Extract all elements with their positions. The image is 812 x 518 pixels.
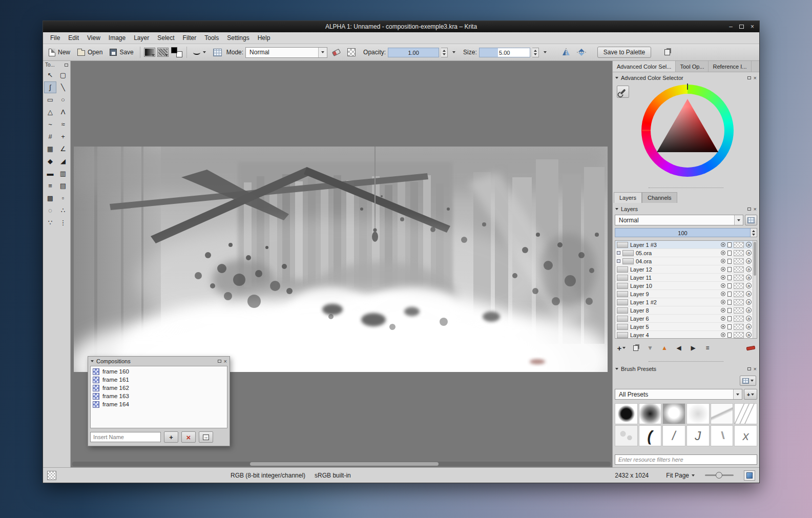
add-composition-button[interactable]: + [164, 431, 178, 443]
maximize-button[interactable] [739, 24, 744, 30]
tool-select-shapes-button[interactable]: ↖ [44, 69, 56, 81]
alpha-icon[interactable]: a [746, 324, 752, 329]
collapse-icon[interactable] [615, 77, 618, 79]
alpha-icon[interactable]: a [746, 258, 752, 264]
tool-fill-button[interactable]: ◆ [44, 155, 56, 167]
tool-similar-selection-button[interactable]: ⋮ [57, 217, 69, 229]
compositions-list[interactable]: frame 160 frame 161 frame 162 frame [90, 366, 227, 428]
mirror-vertical-button[interactable] [575, 46, 588, 58]
selection-display-icon[interactable] [47, 471, 56, 480]
tab-channels[interactable]: Channels [642, 192, 677, 203]
save-to-palette-button[interactable]: Save to Palette [597, 47, 651, 58]
scrollbar-thumb[interactable] [250, 462, 439, 466]
tab-advanced-color-selector[interactable]: Advanced Color Sel... [613, 61, 676, 72]
add-layer-button[interactable]: + [615, 342, 628, 354]
float-docker-icon[interactable] [747, 76, 751, 79]
layer-list-scrollbar[interactable] [753, 241, 757, 338]
tool-crop-button[interactable]: # [44, 131, 56, 142]
tool-edit-shapes-button[interactable]: ▢ [57, 69, 69, 81]
menu-edit[interactable]: Edit [64, 33, 83, 43]
gradient-chooser-button[interactable] [144, 48, 155, 57]
tab-layers[interactable]: Layers [614, 192, 642, 203]
preset-filter-combobox[interactable]: All Presets [615, 389, 742, 400]
brush-preset[interactable] [639, 425, 662, 446]
alpha-icon[interactable]: a [746, 250, 752, 256]
table-row[interactable]: Layer 4 a [615, 331, 757, 339]
canvas-only-mode-button[interactable] [744, 470, 755, 481]
export-composition-button[interactable]: → [199, 431, 213, 443]
brush-presets-header[interactable]: Brush Presets × [613, 364, 759, 374]
brush-preset[interactable] [734, 425, 757, 446]
saturation-value-triangle[interactable] [652, 95, 723, 167]
brush-preset[interactable] [662, 403, 685, 424]
tool-transform-button[interactable]: ▦ [44, 143, 56, 155]
table-row[interactable]: Layer 11 a [615, 274, 757, 282]
tab-tool-options[interactable]: Tool Op... [676, 61, 709, 72]
tool-line-button[interactable]: ╲ [57, 81, 69, 93]
tool-freehand-brush-button[interactable]: ∫ [44, 81, 56, 93]
visibility-eye-icon[interactable] [721, 308, 725, 313]
tool-color-sampler-button[interactable]: ◢ [57, 155, 69, 167]
layers-header[interactable]: Layers × [613, 204, 759, 214]
brush-preset[interactable] [711, 403, 734, 424]
mirror-horizontal-button[interactable] [559, 46, 573, 58]
visibility-eye-icon[interactable] [721, 333, 725, 337]
alpha-icon[interactable]: a [746, 299, 752, 305]
menu-layer[interactable]: Layer [130, 33, 153, 43]
table-row[interactable]: Layer 1 #2 a [615, 298, 757, 306]
visibility-eye-icon[interactable] [721, 316, 725, 321]
compositions-docker[interactable]: Compositions × frame 160 frame 161 [88, 356, 230, 446]
canvas-area[interactable]: Compositions × frame 160 frame 161 [71, 61, 612, 467]
layer-opacity-spinner[interactable] [751, 228, 757, 237]
resource-filter-input[interactable] [615, 454, 757, 465]
color-selector-settings-button[interactable] [617, 86, 629, 98]
tool-polygon-button[interactable]: △ [44, 106, 56, 118]
tool-reference-images-button[interactable]: ▤ [57, 180, 69, 192]
preset-view-mode-button[interactable] [740, 376, 756, 386]
preset-tag-button[interactable]: + [744, 389, 757, 400]
table-row[interactable]: 04.ora a [615, 257, 757, 265]
zoom-mode-combobox[interactable]: Fit Page [666, 472, 695, 479]
tool-assistants-button[interactable]: ≡ [44, 180, 56, 192]
visibility-eye-icon[interactable] [721, 324, 725, 329]
brush-editor-button[interactable] [211, 47, 224, 58]
visibility-eye-icon[interactable] [721, 251, 725, 255]
tool-ellipse-button[interactable]: ○ [57, 94, 69, 106]
close-button[interactable]: × [751, 24, 754, 30]
brush-preset[interactable] [615, 403, 638, 424]
visibility-eye-icon[interactable] [721, 267, 725, 272]
tool-polyline-button[interactable]: Λ [57, 106, 69, 118]
layer-filter-button[interactable] [745, 215, 757, 225]
close-docker-icon[interactable]: × [754, 75, 757, 81]
close-docker-icon[interactable]: × [224, 359, 227, 364]
size-slider[interactable]: 5.00 [479, 48, 530, 57]
duplicate-layer-button[interactable] [629, 342, 642, 354]
tool-grid-button[interactable]: ▩ [44, 192, 56, 204]
list-item[interactable]: frame 162 [91, 384, 227, 392]
raise-layer-button[interactable]: ▲ [658, 342, 671, 354]
float-docker-icon[interactable] [747, 208, 751, 211]
zoom-slider[interactable] [705, 474, 734, 476]
menu-help[interactable]: Help [254, 33, 275, 43]
tool-rectangle-button[interactable]: ▭ [44, 94, 56, 106]
foreground-background-swatch[interactable] [171, 47, 183, 57]
color-selector-header[interactable]: Advanced Color Selector × [613, 73, 759, 82]
alpha-icon[interactable]: a [746, 283, 752, 288]
pattern-chooser-button[interactable] [157, 48, 169, 57]
tool-bezier-button[interactable]: ~ [44, 118, 56, 130]
size-spinner[interactable] [532, 48, 539, 57]
brush-preset[interactable] [639, 403, 662, 424]
tool-rect-selection-button[interactable]: ▫ [57, 192, 69, 204]
opacity-spinner[interactable] [441, 48, 448, 57]
new-button[interactable]: New [46, 47, 73, 58]
close-docker-icon[interactable]: × [754, 366, 757, 372]
brush-preset[interactable] [615, 425, 638, 446]
alpha-icon[interactable]: a [746, 307, 752, 313]
delete-composition-button[interactable]: × [181, 431, 196, 443]
float-docker-icon[interactable] [747, 367, 751, 370]
tab-reference-images[interactable]: Reference I... [709, 61, 751, 72]
composition-name-input[interactable] [90, 432, 161, 442]
titlebar[interactable]: ALPHA 1: Unnamed - composition-exemple3.… [43, 21, 759, 32]
eraser-mode-button[interactable] [329, 46, 343, 58]
layer-list[interactable]: Layer 1 #3 a 05.ora a [615, 240, 757, 339]
